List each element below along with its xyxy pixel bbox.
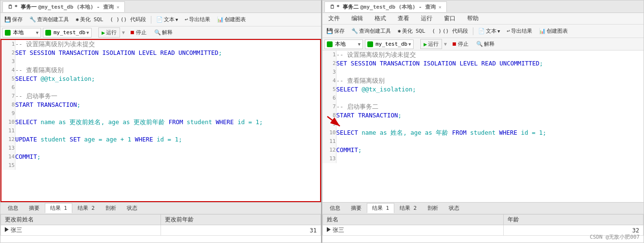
menu-run[interactable]: 运行: [419, 14, 434, 23]
table-row: 2SET SESSION TRANSACTION ISOLATION LEVEL…: [322, 59, 644, 68]
left-db-select[interactable]: my_test_db ▼: [43, 28, 92, 38]
left-save-button[interactable]: 💾 保存: [2, 15, 25, 24]
right-text-button[interactable]: 📄 文本 ▼: [476, 26, 502, 36]
code-line: SELECT @@tx_isolation;: [15, 75, 320, 83]
left-export-button[interactable]: ↩ 导出结果: [183, 15, 212, 24]
right-tab-summary[interactable]: 摘要: [346, 203, 367, 213]
stop-icon: ⏹: [130, 29, 135, 36]
table-row: 12COMMIT;: [322, 146, 644, 154]
left-tab-info[interactable]: 信息: [2, 203, 24, 213]
right-export-icon: ↩: [507, 28, 510, 34]
right-tab-status[interactable]: 状态: [443, 203, 465, 213]
left-tab-summary[interactable]: 摘要: [24, 203, 45, 213]
line-number: 11: [322, 137, 336, 146]
right-chart-button[interactable]: 📊 创建图表: [537, 26, 570, 36]
table-row: 15: [1, 161, 320, 170]
left-tab[interactable]: 🗒 * 事务一 @my_test_db (本地) - 查询 ✕: [2, 1, 125, 12]
left-code-editor[interactable]: 1-- 设置隔离级别为读未提交2SET SESSION TRANSACTION …: [0, 39, 321, 202]
left-panel: 🗒 * 事务一 @my_test_db (本地) - 查询 ✕ 💾 保存 🔧 查…: [0, 0, 322, 243]
right-query-tool-button[interactable]: 🔧 查询创建工具: [349, 26, 393, 36]
code-line: COMMIT;: [15, 153, 320, 161]
right-text-dropdown-icon: ▼: [497, 29, 500, 34]
table-row: 3: [322, 68, 644, 77]
line-number: 3: [322, 68, 336, 77]
right-query-tool-icon: 🔧: [351, 28, 358, 34]
right-db-select[interactable]: my_test_db ▼: [365, 39, 414, 49]
code-line: [15, 144, 320, 153]
code-line: -- 查看隔离级别: [15, 66, 320, 75]
left-run-button[interactable]: ▶ 运行: [98, 27, 120, 38]
right-chart-icon: 📊: [539, 28, 546, 34]
line-number: 10: [1, 118, 15, 127]
right-toolbar: 💾 保存 🔧 查询创建工具 ✱ 美化 SQL ( ) () 代码段 📄 文本 ▼…: [322, 25, 644, 38]
right-tab[interactable]: 🗒 * 事务二 @my_test_db (本地) - 查询 ✕: [324, 1, 447, 12]
right-beautify-button[interactable]: ✱ 美化 SQL: [396, 26, 427, 36]
right-tab-close[interactable]: ✕: [439, 4, 442, 10]
right-stop-icon: ⏹: [452, 41, 457, 47]
right-save-button[interactable]: 💾 保存: [324, 26, 347, 36]
right-tab-icon: 🗒: [330, 4, 335, 10]
right-local-select[interactable]: 本地 ▼: [324, 39, 363, 49]
code-line: COMMIT;: [336, 146, 644, 154]
left-tab-profile[interactable]: 剖析: [100, 203, 121, 213]
menu-help[interactable]: 帮助: [465, 14, 481, 23]
left-conn-bar: 本地 ▼ my_test_db ▼ ▶ 运行 ▼ ⏹ 停止 🔍 解释: [0, 26, 321, 39]
left-stop-button[interactable]: ⏹ 停止: [127, 28, 149, 37]
line-number: 8: [1, 101, 15, 109]
right-code-editor[interactable]: 1-- 设置隔离级别为读未提交2SET SESSION TRANSACTION …: [322, 51, 644, 202]
right-explain-button[interactable]: 🔍 解释: [473, 39, 497, 49]
right-code-segment-button[interactable]: ( ) () 代码段: [430, 26, 470, 36]
code-line: START TRANSACTION;: [336, 111, 644, 120]
code-line: [15, 57, 320, 66]
right-toolbar-sep1: [473, 27, 473, 35]
line-number: 15: [1, 161, 15, 170]
line-number: 13: [322, 154, 336, 163]
line-number: 2: [322, 59, 336, 68]
explain-icon: 🔍: [154, 29, 161, 36]
code-line: SET SESSION TRANSACTION ISOLATION LEVEL …: [15, 49, 320, 57]
menu-edit[interactable]: 编辑: [349, 14, 365, 23]
line-number: 4: [1, 66, 15, 75]
chart-icon: 📊: [217, 16, 224, 23]
code-line: SELECT name as 更改前姓名, age as 更改前年龄 FROM …: [15, 118, 320, 127]
beautify-icon: ✱: [76, 16, 79, 23]
right-run-button[interactable]: ▶ 运行: [420, 39, 442, 49]
line-number: 3: [1, 57, 15, 66]
right-play-icon: ▶: [424, 41, 427, 48]
left-text-button[interactable]: 📄 文本 ▼: [154, 15, 180, 24]
right-tab-profile[interactable]: 剖析: [422, 203, 443, 213]
table-row: 1-- 设置隔离级别为读未提交: [1, 40, 320, 49]
line-number: 10: [322, 128, 336, 137]
menu-window[interactable]: 窗口: [442, 14, 457, 23]
db-select-icon: [45, 30, 51, 36]
left-chart-button[interactable]: 📊 创建图表: [215, 15, 248, 24]
table-row: 12UPDATE student SET age = age + 1 WHERE…: [1, 135, 320, 144]
left-code-segment-button[interactable]: ( ) () 代码段: [108, 15, 148, 24]
left-toolbar: 💾 保存 🔧 查询创建工具 ✱ 美化 SQL ( ) () 代码段 📄 文本 ▼…: [0, 13, 321, 26]
left-tab-status[interactable]: 状态: [121, 203, 143, 213]
right-tab-result1[interactable]: 结果 1: [367, 203, 394, 213]
left-explain-button[interactable]: 🔍 解释: [151, 28, 175, 37]
right-tab-result2[interactable]: 结果 2: [394, 203, 422, 213]
code-line: UPDATE student SET age = age + 1 WHERE i…: [15, 135, 320, 144]
code-line: -- 查看隔离级别: [336, 77, 644, 85]
right-row-indicator-icon: [327, 227, 331, 232]
left-tab-close[interactable]: ✕: [117, 4, 120, 10]
right-stop-button[interactable]: ⏹ 停止: [449, 39, 471, 49]
menu-format[interactable]: 格式: [373, 14, 388, 23]
right-db-select-arrow: ▼: [408, 42, 411, 47]
left-query-tool-button[interactable]: 🔧 查询创建工具: [27, 15, 71, 24]
query-tool-icon: 🔧: [29, 16, 36, 23]
menu-view[interactable]: 查看: [396, 14, 411, 23]
left-tab-result2[interactable]: 结果 2: [72, 203, 100, 213]
left-beautify-button[interactable]: ✱ 美化 SQL: [74, 15, 105, 24]
line-number: 9: [322, 120, 336, 128]
left-local-select[interactable]: 本地 ▼: [2, 28, 41, 38]
right-export-button[interactable]: ↩ 导出结果: [505, 26, 534, 36]
right-tab-info[interactable]: 信息: [324, 203, 346, 213]
right-code-table: 1-- 设置隔离级别为读未提交2SET SESSION TRANSACTION …: [322, 51, 644, 163]
right-col-header-2: 年龄: [503, 215, 643, 225]
menu-file[interactable]: 文件: [326, 14, 342, 23]
right-tab-title: * 事务二: [336, 3, 359, 11]
left-tab-result1[interactable]: 结果 1: [45, 203, 72, 213]
